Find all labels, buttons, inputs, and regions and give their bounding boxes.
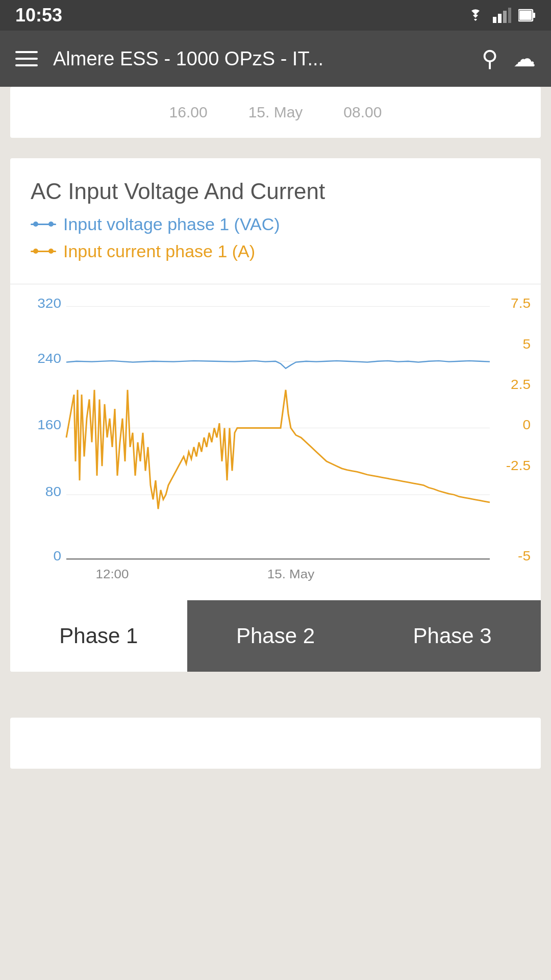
svg-text:80: 80 [45, 484, 61, 499]
top-label-3: 08.00 [343, 104, 382, 121]
status-icons [465, 8, 536, 23]
bottom-spacer [0, 769, 551, 973]
current-line [66, 390, 490, 509]
menu-icon[interactable] [15, 51, 38, 66]
legend-label-current: Input current phase 1 (A) [63, 241, 255, 261]
signal-icon [493, 8, 511, 23]
svg-text:0: 0 [522, 417, 531, 432]
battery-icon [518, 8, 536, 23]
svg-rect-1 [498, 14, 502, 23]
svg-text:240: 240 [37, 350, 61, 365]
svg-text:2.5: 2.5 [511, 377, 531, 392]
svg-rect-0 [493, 17, 496, 23]
top-card-labels: 16.00 15. May 08.00 [169, 104, 382, 121]
phase-tabs: Phase 1 Phase 2 Phase 3 [10, 600, 541, 672]
top-label-1: 16.00 [169, 104, 208, 121]
chart-svg: 320 240 160 80 0 7.5 5 2.5 0 -2.5 -5 12:… [10, 295, 541, 590]
app-bar: Almere ESS - 1000 OPzS - IT... ⚲ ☁ [0, 31, 551, 87]
legend-item-voltage: Input voltage phase 1 (VAC) [31, 214, 520, 234]
phase-1-tab[interactable]: Phase 1 [10, 600, 187, 672]
app-bar-actions: ⚲ ☁ [482, 47, 536, 70]
svg-rect-2 [503, 11, 507, 23]
svg-text:15. May: 15. May [267, 567, 315, 580]
top-label-2: 15. May [248, 104, 303, 121]
legend-item-current: Input current phase 1 (A) [31, 241, 520, 261]
voltage-line [66, 361, 490, 369]
bottom-partial-card [10, 718, 541, 769]
status-time: 10:53 [15, 5, 62, 26]
wifi-icon [465, 8, 486, 23]
download-button[interactable]: ☁ [513, 47, 536, 70]
phase-2-tab[interactable]: Phase 2 [187, 600, 364, 672]
svg-rect-6 [519, 11, 532, 20]
top-partial-card: 16.00 15. May 08.00 [10, 87, 541, 138]
legend-line-orange [31, 251, 56, 252]
svg-text:320: 320 [37, 296, 61, 311]
search-button[interactable]: ⚲ [482, 47, 498, 70]
chart-card: AC Input Voltage And Current Input volta… [10, 158, 541, 672]
svg-text:7.5: 7.5 [511, 296, 531, 311]
chart-title: AC Input Voltage And Current [31, 179, 520, 204]
app-title: Almere ESS - 1000 OPzS - IT... [53, 48, 466, 70]
svg-text:-2.5: -2.5 [506, 458, 531, 473]
chart-area: 320 240 160 80 0 7.5 5 2.5 0 -2.5 -5 12:… [10, 284, 541, 600]
svg-text:-5: -5 [518, 548, 531, 564]
svg-rect-5 [533, 13, 535, 18]
bottom-nav: ↖ ◯ □ [0, 973, 551, 980]
chart-header: AC Input Voltage And Current Input volta… [10, 158, 541, 284]
legend-line-blue [31, 224, 56, 225]
legend-label-voltage: Input voltage phase 1 (VAC) [63, 214, 280, 234]
phase-3-tab[interactable]: Phase 3 [364, 600, 541, 672]
svg-text:5: 5 [522, 336, 531, 351]
svg-text:0: 0 [53, 548, 61, 564]
status-bar: 10:53 [0, 0, 551, 31]
svg-text:160: 160 [37, 417, 61, 432]
svg-text:12:00: 12:00 [95, 567, 129, 580]
svg-rect-3 [508, 8, 511, 23]
